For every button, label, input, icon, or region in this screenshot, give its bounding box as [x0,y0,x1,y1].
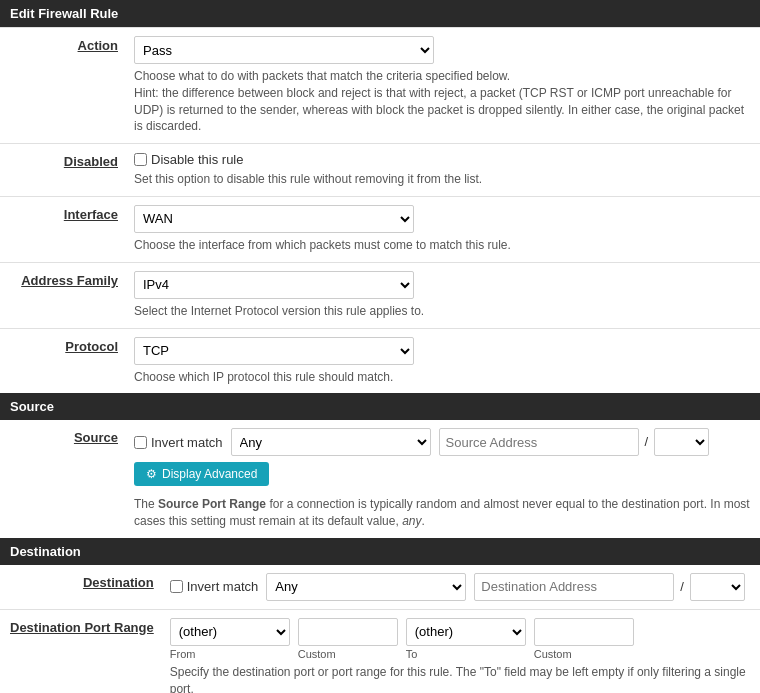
dest-port-range-row: Destination Port Range (other) From Cust… [0,609,760,693]
dest-slash: / [678,573,686,601]
source-form-table: Source Invert match Any / [0,420,760,538]
dest-invert-label: Invert match [187,579,259,594]
dest-address-input[interactable] [474,573,674,601]
dest-address-group: / [474,573,745,601]
source-address-group: / [439,428,710,456]
to-custom-group: Custom [534,618,634,660]
source-cidr-select[interactable] [654,428,709,456]
to-label: To [406,648,526,660]
source-label: Source [0,420,130,538]
address-family-hint: Select the Internet Protocol version thi… [134,303,750,320]
disabled-content: Disable this rule Set this option to dis… [130,144,760,197]
to-custom-label: Custom [534,648,634,660]
from-label: From [170,648,290,660]
dest-invert-row: Invert match [170,579,259,594]
from-port-group: (other) From [170,618,290,660]
dest-cidr-select[interactable] [690,573,745,601]
source-port-bold: Source Port Range [158,497,266,511]
disabled-checkbox-row: Disable this rule [134,152,750,167]
address-family-content: IPv4 Select the Internet Protocol versio… [130,262,760,328]
disabled-label: Disabled [0,144,130,197]
action-label: Action [0,28,130,144]
interface-select[interactable]: WAN [134,205,414,233]
source-input-row: Invert match Any / [134,428,750,456]
page-title: Edit Firewall Rule [0,0,760,27]
destination-label: Destination [0,565,166,610]
destination-row: Destination Invert match Any / [0,565,760,610]
action-row: Action Pass Choose what to do with packe… [0,28,760,144]
page-wrapper: Edit Firewall Rule Action Pass Choose wh… [0,0,760,693]
from-custom-label: Custom [298,648,398,660]
action-hint: Choose what to do with packets that matc… [134,68,750,135]
dest-any-select[interactable]: Any [266,573,466,601]
disabled-checkbox-label: Disable this rule [151,152,244,167]
display-advanced-btn-wrapper: ⚙ Display Advanced [134,456,750,492]
disabled-checkbox[interactable] [134,153,147,166]
destination-form-table: Destination Invert match Any / [0,565,760,693]
address-family-row: Address Family IPv4 Select the Internet … [0,262,760,328]
display-advanced-label: Display Advanced [162,467,257,481]
source-invert-checkbox[interactable] [134,436,147,449]
address-family-select[interactable]: IPv4 [134,271,414,299]
protocol-label: Protocol [0,328,130,393]
dest-port-hint: Specify the destination port or port ran… [170,664,750,693]
source-address-input[interactable] [439,428,639,456]
source-section-header: Source [0,393,760,420]
to-port-group: (other) To [406,618,526,660]
destination-section-header: Destination [0,538,760,565]
protocol-content: TCP Choose which IP protocol this rule s… [130,328,760,393]
source-port-hint: The Source Port Range for a connection i… [134,496,750,530]
source-invert-row: Invert match [134,435,223,450]
from-port-select[interactable]: (other) [170,618,290,646]
dest-port-range-label: Destination Port Range [0,609,166,693]
interface-content: WAN Choose the interface from which pack… [130,196,760,262]
interface-label: Interface [0,196,130,262]
to-custom-input[interactable] [534,618,634,646]
from-custom-input[interactable] [298,618,398,646]
disabled-row: Disabled Disable this rule Set this opti… [0,144,760,197]
destination-input-row: Invert match Any / [170,573,750,601]
source-any-select[interactable]: Any [231,428,431,456]
source-row: Source Invert match Any / [0,420,760,538]
protocol-hint: Choose which IP protocol this rule shoul… [134,369,750,386]
protocol-row: Protocol TCP Choose which IP protocol th… [0,328,760,393]
source-invert-label: Invert match [151,435,223,450]
main-form-table: Action Pass Choose what to do with packe… [0,27,760,393]
to-port-select[interactable]: (other) [406,618,526,646]
gear-icon: ⚙ [146,467,157,481]
source-section-title: Source [10,399,54,414]
page-title-text: Edit Firewall Rule [10,6,118,21]
dest-port-range-content: (other) From Custom (other) To [166,609,760,693]
protocol-select[interactable]: TCP [134,337,414,365]
interface-hint: Choose the interface from which packets … [134,237,750,254]
address-family-label: Address Family [0,262,130,328]
source-port-italic: any [402,514,421,528]
display-advanced-button[interactable]: ⚙ Display Advanced [134,462,269,486]
disabled-hint: Set this option to disable this rule wit… [134,171,750,188]
dest-invert-checkbox[interactable] [170,580,183,593]
action-content: Pass Choose what to do with packets that… [130,28,760,144]
action-select[interactable]: Pass [134,36,434,64]
source-content: Invert match Any / ⚙ [130,420,760,538]
from-custom-group: Custom [298,618,398,660]
port-range-row: (other) From Custom (other) To [170,618,750,660]
destination-content: Invert match Any / [166,565,760,610]
source-slash: / [643,428,651,456]
interface-row: Interface WAN Choose the interface from … [0,196,760,262]
destination-section-title: Destination [10,544,81,559]
